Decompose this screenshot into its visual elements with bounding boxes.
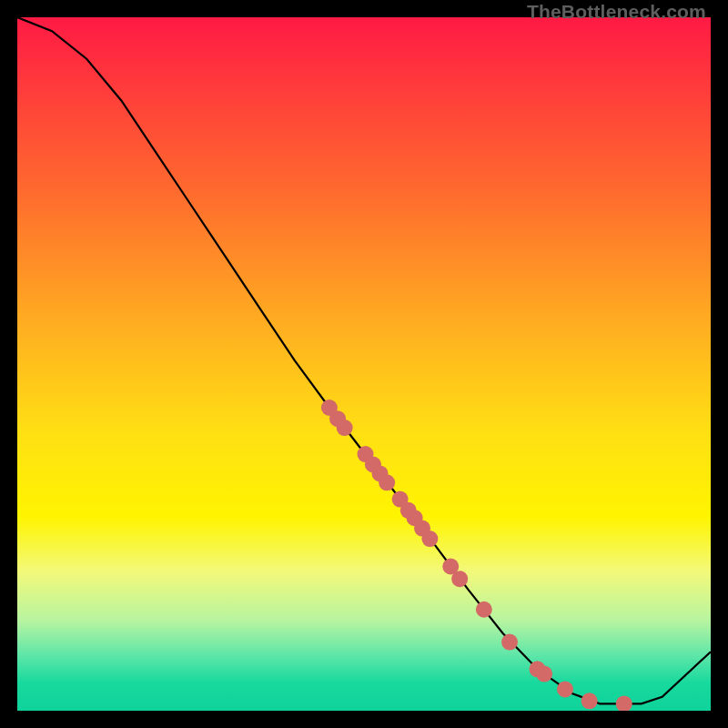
- data-marker: [476, 602, 492, 618]
- chart-stage: TheBottleneck.com: [0, 0, 728, 728]
- bottleneck-curve: [17, 17, 711, 703]
- data-marker: [616, 695, 632, 711]
- data-marker: [536, 666, 552, 682]
- data-marker: [451, 571, 468, 587]
- data-marker: [337, 420, 353, 436]
- data-marker: [581, 693, 598, 709]
- data-marker: [501, 634, 518, 651]
- data-marker: [379, 474, 395, 490]
- data-markers: [321, 399, 632, 711]
- chart-svg: [17, 17, 711, 711]
- data-marker: [421, 531, 438, 547]
- watermark-text: TheBottleneck.com: [527, 1, 706, 23]
- data-marker: [557, 681, 573, 697]
